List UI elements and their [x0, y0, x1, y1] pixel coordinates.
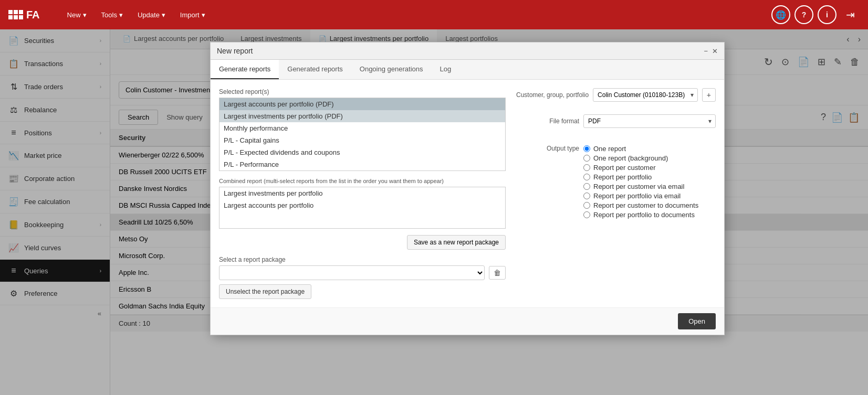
package-select[interactable]	[219, 265, 485, 280]
chevron-down-icon: ▾	[119, 11, 123, 19]
chevron-down-icon: ▾	[83, 11, 87, 19]
report-item[interactable]: P/L - Performance	[219, 158, 505, 170]
report-item[interactable]: Monthly performance	[219, 122, 505, 134]
radio-one-report-bg[interactable]: One report (background)	[583, 154, 698, 162]
report-item[interactable]: P/L - Expected dividends and coupons	[219, 146, 505, 158]
combined-item[interactable]: Largest accounts per portfolio	[219, 199, 505, 211]
radio-per-customer-email[interactable]: Report per customer via email	[583, 183, 698, 190]
nav-update[interactable]: Update ▾	[131, 7, 172, 23]
nav-new[interactable]: New ▾	[61, 7, 93, 23]
logo-grid	[8, 10, 23, 19]
unselect-package-button[interactable]: Unselect the report package	[219, 284, 311, 299]
customer-form-row: Customer, group, portfolio Colin Custome…	[516, 88, 716, 102]
output-type-section: Output type One report One report (backg…	[516, 145, 716, 219]
info-icon[interactable]: i	[818, 5, 836, 24]
selected-reports-section: Selected report(s) Largest accounts per …	[219, 88, 506, 171]
customer-input-wrap: Colin Customer (010180-123B)	[593, 88, 698, 102]
report-item[interactable]: P/L - Capital gains	[219, 134, 505, 146]
file-format-row: File format PDF Excel Word	[516, 114, 716, 128]
modal-tabs: Generate reports Generated reports Ongoi…	[211, 60, 724, 80]
report-item[interactable]: Largest investments per portfolio (PDF)	[219, 110, 505, 122]
radio-one-report[interactable]: One report	[583, 145, 698, 153]
radio-per-portfolio[interactable]: Report per portfolio	[583, 173, 698, 181]
combined-report-label: Combined report (multi-select reports fr…	[219, 177, 506, 185]
combined-report-section: Combined report (multi-select reports fr…	[219, 177, 506, 229]
file-format-label: File format	[516, 118, 579, 125]
selected-reports-label: Selected report(s)	[219, 88, 506, 95]
nav-tools[interactable]: Tools ▾	[95, 7, 129, 23]
radio-per-portfolio-email[interactable]: Report per portfolio via email	[583, 192, 698, 200]
help-icon[interactable]: ?	[794, 5, 813, 24]
topbar-icons: 🌐 ? i ⇥	[771, 5, 860, 24]
save-package-row: Save as a new report package	[219, 235, 506, 250]
chevron-down-icon: ▾	[162, 11, 165, 19]
logo-text: FA	[26, 9, 40, 21]
file-format-select-wrap: PDF Excel Word	[583, 114, 716, 128]
modal-right: Customer, group, portfolio Colin Custome…	[516, 88, 716, 299]
output-type-radio-group: One report One report (background) Repor…	[583, 145, 698, 219]
logo: FA	[8, 9, 40, 21]
modal-footer: Open	[211, 307, 724, 335]
minimize-button[interactable]: −	[704, 47, 708, 55]
package-row: 🗑	[219, 265, 506, 280]
customer-select[interactable]: Colin Customer (010180-123B)	[593, 88, 698, 102]
combined-item[interactable]: Largest investments per portfolio	[219, 187, 505, 199]
modal-tab-generated[interactable]: Generated reports	[279, 60, 351, 79]
modal-tab-log[interactable]: Log	[432, 60, 460, 79]
combined-listbox[interactable]: Largest investments per portfolio Larges…	[219, 187, 506, 229]
logout-icon[interactable]: ⇥	[841, 5, 860, 24]
new-report-modal: New report − ✕ Generate reports Generate…	[210, 42, 725, 335]
modal-left: Selected report(s) Largest accounts per …	[219, 88, 506, 299]
modal-title: New report	[217, 47, 253, 55]
modal-header: New report − ✕	[211, 42, 724, 60]
output-type-label: Output type	[516, 145, 579, 219]
add-customer-button[interactable]: +	[702, 88, 716, 102]
modal-tab-ongoing[interactable]: Ongoing generations	[351, 60, 432, 79]
radio-per-customer-docs[interactable]: Report per customer to documents	[583, 201, 698, 209]
open-button[interactable]: Open	[678, 313, 716, 329]
file-format-select[interactable]: PDF Excel Word	[583, 114, 716, 128]
modal-tab-generate[interactable]: Generate reports	[211, 60, 279, 79]
customer-input-row: Colin Customer (010180-123B) +	[593, 88, 716, 102]
select-package-label: Select a report package	[219, 256, 506, 263]
modal-close-controls: − ✕	[704, 47, 718, 55]
customer-form-label: Customer, group, portfolio	[516, 91, 589, 99]
chevron-down-icon: ▾	[202, 11, 205, 19]
topbar-nav: New ▾ Tools ▾ Update ▾ Import ▾	[61, 7, 771, 23]
unselect-row: Unselect the report package	[219, 284, 506, 299]
package-section: Select a report package 🗑 Unselect the r…	[219, 256, 506, 299]
modal-body: Selected report(s) Largest accounts per …	[211, 80, 724, 307]
close-button[interactable]: ✕	[712, 47, 718, 55]
topbar: FA New ▾ Tools ▾ Update ▾ Import ▾ 🌐 ? i…	[0, 0, 868, 29]
radio-per-customer[interactable]: Report per customer	[583, 164, 698, 172]
report-listbox[interactable]: Largest accounts per portfolio (PDF) Lar…	[219, 98, 506, 171]
globe-icon[interactable]: 🌐	[771, 5, 790, 24]
delete-package-button[interactable]: 🗑	[489, 266, 506, 280]
report-item[interactable]: Largest accounts per portfolio (PDF)	[219, 98, 505, 110]
nav-import[interactable]: Import ▾	[174, 7, 212, 23]
save-package-button[interactable]: Save as a new report package	[407, 235, 506, 250]
radio-per-portfolio-docs[interactable]: Report per portfolio to documents	[583, 211, 698, 219]
